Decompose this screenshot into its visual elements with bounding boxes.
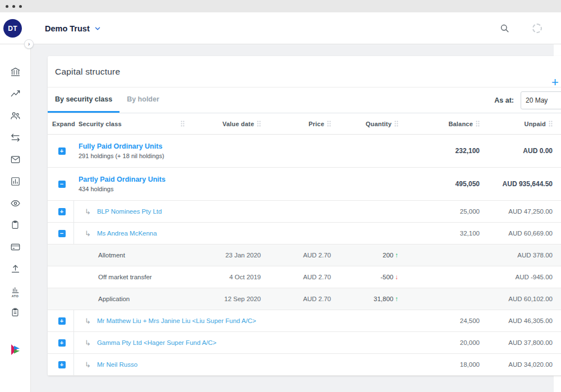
sidebar-item-holders[interactable]: [10, 110, 21, 121]
search-icon[interactable]: [499, 23, 510, 34]
swap-arrows-icon: [10, 132, 21, 143]
security-class-link[interactable]: Partly Paid Ordinary Units: [79, 176, 188, 183]
column-drag-handle-icon[interactable]: [327, 121, 331, 127]
holder-link[interactable]: Mr Neil Russo: [97, 361, 137, 368]
subrow-arrow-icon: ↳: [85, 317, 91, 325]
sidebar-item-tasks[interactable]: [10, 219, 20, 230]
tab-by-holder[interactable]: By holder: [119, 87, 167, 113]
window-dot-icon: [19, 5, 22, 8]
eye-icon: [10, 198, 21, 209]
as-at-date-input[interactable]: [521, 91, 561, 109]
add-button[interactable]: +: [551, 76, 559, 89]
sidebar-item-transactions[interactable]: [10, 132, 21, 143]
entity-avatar[interactable]: DT: [3, 19, 22, 38]
price-value: AUD 2.70: [261, 296, 331, 302]
value-date: 23 Jan 2020: [188, 252, 261, 259]
collapse-toggle-button[interactable]: −: [58, 181, 66, 188]
balance-value: 32,100: [398, 230, 480, 237]
unpaid-value: AUD 46,305.00: [480, 317, 553, 324]
ato-chart-icon: [11, 286, 20, 294]
sidebar-item-reports[interactable]: [10, 88, 21, 99]
column-drag-handle-icon[interactable]: [394, 121, 398, 127]
sidebar-nav: ATO: [0, 44, 31, 392]
unpaid-value: AUD 378.00: [480, 252, 553, 259]
clipboard-lines-icon: [10, 307, 20, 317]
sidebar-item-entity[interactable]: [10, 66, 21, 77]
balance-value: 232,100: [398, 147, 480, 155]
column-drag-handle-icon[interactable]: [549, 121, 553, 127]
sidebar-item-review[interactable]: [10, 197, 21, 209]
expand-toggle-button[interactable]: +: [58, 339, 66, 347]
expand-toggle-button[interactable]: +: [58, 317, 66, 325]
entity-name: Demo Trust: [45, 24, 90, 33]
holder-row: + ↳BLP Nominees Pty Ltd 25,000 AUD 47,25…: [48, 201, 561, 223]
mail-icon: [10, 154, 21, 165]
unpaid-value: AUD 0.00: [480, 147, 553, 155]
column-drag-handle-icon[interactable]: [181, 121, 185, 127]
subrow-arrow-icon: ↳: [85, 229, 91, 238]
window-dot-icon: [6, 5, 8, 8]
transaction-row: Application 12 Sep 2020 AUD 2.70 31,800↑…: [48, 288, 561, 310]
column-drag-handle-icon[interactable]: [476, 121, 480, 127]
price-value: AUD 2.70: [261, 274, 331, 280]
expand-toggle-button[interactable]: +: [58, 208, 66, 215]
subrow-arrow-icon: ↳: [85, 339, 91, 347]
unpaid-value: AUD 935,644.50: [480, 180, 553, 188]
holder-link[interactable]: Mr Matthew Liu + Mrs Janine Liu <Liu Sup…: [97, 317, 256, 324]
tab-by-security-class[interactable]: By security class: [48, 87, 119, 113]
holdings-subtitle: 434 holdings: [79, 186, 188, 192]
security-class-link[interactable]: Fully Paid Ordinary Units: [79, 142, 188, 150]
transaction-type: Application: [76, 296, 188, 302]
sidebar-item-payments[interactable]: [10, 241, 21, 252]
unpaid-value: AUD 60,669.00: [480, 230, 553, 237]
security-class-row: − Partly Paid Ordinary Units 434 holding…: [48, 168, 561, 201]
security-class-row: + Fully Paid Ordinary Units 291 holdings…: [48, 135, 561, 168]
transaction-type: Off market transfer: [76, 274, 188, 280]
holder-row: − ↳Ms Andrea McKenna 32,100 AUD 60,669.0…: [48, 223, 561, 245]
column-drag-handle-icon[interactable]: [257, 121, 261, 127]
holdings-subtitle: 291 holdings (+ 18 nil holdings): [79, 153, 188, 159]
arrow-down-icon: ↓: [395, 274, 398, 280]
arrow-up-icon: ↑: [395, 296, 398, 302]
trend-chart-icon: [10, 89, 21, 99]
column-header-expand: Expand: [48, 121, 76, 127]
sidebar-item-ato-reports[interactable]: ATO: [11, 285, 20, 298]
holder-link[interactable]: Ms Andrea McKenna: [97, 230, 157, 237]
price-value: AUD 2.70: [261, 252, 331, 259]
holder-row: + ↳Mr Neil Russo 18,000 AUD 34,020.00: [48, 354, 561, 376]
window-dot-icon: [12, 5, 15, 8]
upload-icon: [10, 264, 21, 274]
ato-label: ATO: [12, 294, 19, 298]
sidebar-item-registry[interactable]: [10, 307, 20, 318]
transaction-type: Allotment: [76, 252, 188, 259]
holder-link[interactable]: Gamma Pty Ltd <Hager Super Fund A/C>: [97, 339, 217, 346]
app-logo[interactable]: [9, 343, 22, 356]
expand-toggle-button[interactable]: +: [58, 361, 66, 368]
column-header-price: Price: [261, 121, 331, 127]
sidebar-item-communications[interactable]: [10, 154, 21, 165]
holder-link[interactable]: BLP Nominees Pty Ltd: [97, 208, 162, 215]
sidebar-item-upload[interactable]: [10, 263, 21, 274]
transaction-row: Off market transfer 4 Oct 2019 AUD 2.70 …: [48, 266, 561, 288]
quantity-value: -500: [380, 274, 393, 280]
column-header-value-date: Value date: [188, 121, 261, 127]
holder-row: + ↳Gamma Pty Ltd <Hager Super Fund A/C> …: [48, 332, 561, 354]
as-at-label: As at:: [494, 96, 514, 104]
holder-row: + ↳Mr Matthew Liu + Mrs Janine Liu <Liu …: [48, 310, 561, 332]
balance-value: 24,500: [398, 317, 480, 324]
unpaid-value: AUD 37,800.00: [480, 339, 553, 346]
unpaid-value: AUD 47,250.00: [480, 208, 553, 215]
window-title-bar: [0, 0, 561, 12]
column-header-unpaid: Unpaid: [480, 121, 553, 127]
value-date: 4 Oct 2019: [188, 274, 261, 280]
sidebar-item-capital[interactable]: [10, 176, 21, 187]
entity-switcher[interactable]: Demo Trust: [45, 12, 102, 44]
expand-toggle-button[interactable]: +: [58, 147, 66, 155]
quantity-value: 200: [383, 252, 393, 259]
sidebar-collapse-button[interactable]: ›: [24, 39, 34, 49]
subrow-arrow-icon: ↳: [85, 361, 91, 369]
tab-bar: By security class By holder As at:: [48, 87, 561, 113]
collapse-toggle-button[interactable]: −: [58, 230, 66, 237]
people-icon: [10, 110, 21, 121]
loading-spinner-icon: [532, 24, 542, 33]
